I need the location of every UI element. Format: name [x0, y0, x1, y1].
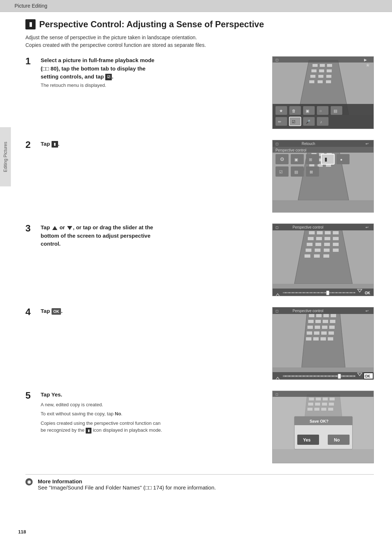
page-number: 118: [18, 529, 26, 535]
svg-rect-89: [306, 249, 311, 252]
svg-text:🎤: 🎤: [306, 119, 311, 124]
svg-rect-79: [325, 231, 331, 234]
svg-text:○: ○: [319, 109, 322, 113]
svg-rect-86: [315, 243, 321, 246]
svg-rect-105: [326, 291, 329, 295]
step-4: 4 Tap OK.: [25, 307, 374, 380]
step-3: 3 Tap or , or tap or drag the slider at …: [25, 223, 374, 296]
svg-text:Save OK?: Save OK?: [310, 419, 328, 423]
svg-text:Retouch: Retouch: [302, 142, 315, 146]
svg-rect-11: [309, 80, 314, 83]
step-1-text: Select a picture in full-frame playback …: [41, 56, 154, 81]
more-info-section: ◉ More Information See "Image/Sound File…: [25, 478, 374, 491]
main-content: ▮ Perspective Control: Adjusting a Sense…: [0, 12, 392, 498]
more-info-icon: ◉: [25, 478, 33, 485]
svg-rect-124: [314, 331, 319, 335]
svg-text:Perspective control: Perspective control: [293, 309, 323, 313]
screen-4: ◻ Perspective control ↩ OK: [272, 307, 374, 380]
svg-rect-30: [275, 117, 287, 126]
svg-text:★: ★: [366, 62, 370, 68]
svg-rect-118: [330, 320, 335, 323]
svg-rect-36: [317, 117, 328, 126]
svg-text:◻: ◻: [275, 58, 278, 62]
svg-rect-26: [317, 106, 328, 115]
svg-text:★: ★: [279, 108, 283, 113]
more-info-text: See "Image/Sound File and Folder Names" …: [38, 484, 216, 491]
svg-text:Perspective control: Perspective control: [275, 148, 306, 152]
svg-rect-125: [321, 331, 327, 335]
svg-rect-121: [322, 326, 327, 329]
svg-rect-83: [324, 237, 330, 240]
svg-text:⊞: ⊞: [309, 157, 312, 162]
svg-text:⊠: ⊠: [310, 170, 313, 174]
step-2-content: 2 Tap ▮.: [25, 140, 265, 150]
svg-rect-82: [316, 237, 322, 240]
svg-text:♪: ♪: [320, 120, 322, 124]
svg-rect-154: [307, 408, 313, 411]
svg-text:↩: ↩: [366, 309, 368, 313]
svg-rect-150: [308, 403, 313, 406]
left-sidebar: Editing Pictures: [0, 127, 11, 186]
step-5: 5 Tap Yes. A new, edited copy is created…: [25, 391, 374, 463]
svg-text:⚙: ⚙: [280, 156, 285, 162]
svg-rect-85: [307, 243, 313, 246]
svg-rect-151: [315, 403, 320, 406]
svg-text:↩: ↩: [366, 142, 368, 146]
svg-rect-4: [327, 64, 332, 67]
svg-rect-148: [323, 398, 328, 400]
svg-rect-90: [315, 249, 320, 252]
svg-rect-112: [316, 314, 322, 317]
svg-rect-113: [323, 314, 329, 317]
step-2-number: 2: [25, 140, 36, 149]
svg-text:No: No: [334, 438, 340, 443]
step-5-note-1: A new, edited copy is created.: [41, 401, 162, 408]
svg-rect-5: [311, 69, 317, 72]
svg-rect-84: [333, 237, 339, 240]
header-bar: Picture Editing: [0, 0, 392, 12]
svg-text:●: ●: [340, 157, 343, 162]
step-2-icon: ▮: [52, 141, 58, 148]
step-5-number: 5: [25, 391, 36, 400]
more-info-label: More Information: [38, 478, 82, 484]
screen-5: ◻ Save OK? Yes No: [272, 391, 374, 463]
svg-rect-140: [338, 374, 341, 379]
svg-rect-91: [324, 249, 330, 252]
svg-rect-159: [273, 391, 374, 397]
svg-rect-92: [333, 249, 339, 252]
svg-rect-2: [313, 64, 318, 67]
step-1: 1 Select a picture in full-frame playbac…: [25, 56, 374, 129]
svg-rect-122: [329, 326, 335, 329]
svg-rect-116: [315, 320, 321, 323]
svg-rect-63: [306, 154, 319, 164]
step-4-ok-icon: OK: [52, 308, 61, 315]
step-2-text: Tap ▮.: [41, 140, 60, 148]
svg-rect-147: [316, 398, 321, 400]
step-4-content: 4 Tap OK.: [25, 307, 265, 317]
svg-rect-52: [273, 200, 374, 213]
step-3-content: 3 Tap or , or tap or drag the slider at …: [25, 223, 265, 250]
svg-text:▤: ▤: [334, 109, 337, 113]
title-icon: ▮: [25, 19, 36, 29]
svg-rect-126: [328, 331, 334, 335]
svg-rect-155: [314, 408, 319, 411]
svg-text:▣: ▣: [294, 157, 298, 162]
svg-rect-119: [307, 326, 313, 329]
svg-text:🗑: 🗑: [292, 109, 296, 113]
svg-rect-49: [309, 164, 314, 167]
step-5-note-2: To exit without saving the copy, tap No.: [41, 410, 162, 418]
svg-rect-88: [333, 243, 339, 246]
step-1-number: 1: [25, 56, 36, 66]
svg-rect-7: [327, 69, 332, 72]
sidebar-label: Editing Pictures: [3, 142, 8, 172]
step-3-text: Tap or , or tap or drag the slider at th…: [41, 223, 153, 248]
step-1-sub: The retouch menu is displayed.: [41, 82, 154, 88]
intro-text: Adjust the sense of perspective in the p…: [25, 34, 374, 49]
svg-rect-146: [309, 398, 314, 400]
page-title-text: Perspective Control: Adjusting a Sense o…: [39, 19, 264, 29]
svg-rect-10: [326, 75, 331, 78]
svg-rect-13: [326, 80, 331, 83]
svg-rect-77: [309, 231, 315, 234]
screen-1: ▶ ◻ ★ ★ 🗑 ▣ ○ ▤ ✏ ☑: [272, 56, 374, 129]
svg-text:↩: ↩: [366, 225, 368, 229]
svg-rect-129: [320, 337, 326, 340]
